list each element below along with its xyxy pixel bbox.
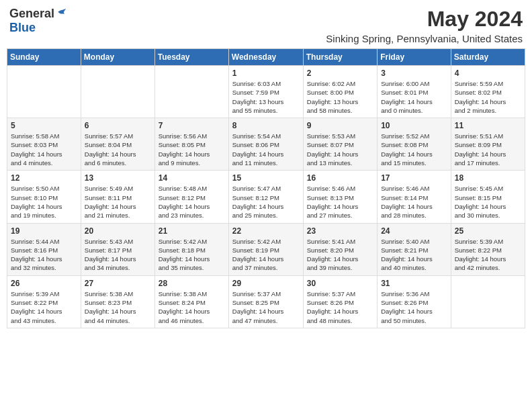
day-number: 7 xyxy=(159,121,225,130)
day-info: Sunrise: 5:37 AM Sunset: 8:25 PM Dayligh… xyxy=(232,289,300,325)
calendar-day-cell: 9Sunrise: 5:53 AM Sunset: 8:07 PM Daylig… xyxy=(303,118,377,171)
calendar-day-cell: 22Sunrise: 5:42 AM Sunset: 8:19 PM Dayli… xyxy=(228,223,303,275)
day-number: 5 xyxy=(11,121,77,130)
calendar-day-cell: 16Sunrise: 5:46 AM Sunset: 8:13 PM Dayli… xyxy=(303,171,377,223)
day-info: Sunrise: 5:42 AM Sunset: 8:18 PM Dayligh… xyxy=(159,237,225,273)
day-info: Sunrise: 5:40 AM Sunset: 8:21 PM Dayligh… xyxy=(381,237,447,273)
calendar-day-cell: 15Sunrise: 5:47 AM Sunset: 8:12 PM Dayli… xyxy=(228,171,303,223)
day-info: Sunrise: 6:00 AM Sunset: 8:01 PM Dayligh… xyxy=(381,79,447,115)
calendar-day-cell: 8Sunrise: 5:54 AM Sunset: 8:06 PM Daylig… xyxy=(228,118,303,171)
calendar-day-cell: 4Sunrise: 5:59 AM Sunset: 8:02 PM Daylig… xyxy=(451,66,525,118)
day-number: 25 xyxy=(455,226,521,236)
day-number: 6 xyxy=(85,121,151,130)
calendar-week-row: 26Sunrise: 5:39 AM Sunset: 8:22 PM Dayli… xyxy=(7,275,525,328)
day-info: Sunrise: 5:41 AM Sunset: 8:20 PM Dayligh… xyxy=(307,237,373,273)
day-info: Sunrise: 5:38 AM Sunset: 8:24 PM Dayligh… xyxy=(159,289,225,325)
day-info: Sunrise: 5:45 AM Sunset: 8:15 PM Dayligh… xyxy=(455,184,521,220)
day-number: 22 xyxy=(232,226,300,236)
day-number: 29 xyxy=(232,279,300,288)
day-number: 9 xyxy=(307,121,373,130)
calendar-day-cell: 10Sunrise: 5:52 AM Sunset: 8:08 PM Dayli… xyxy=(378,118,451,171)
weekday-header-monday: Monday xyxy=(81,49,154,66)
calendar-week-row: 1Sunrise: 6:03 AM Sunset: 7:59 PM Daylig… xyxy=(7,66,525,118)
weekday-header-tuesday: Tuesday xyxy=(154,49,228,66)
calendar-day-cell: 21Sunrise: 5:42 AM Sunset: 8:18 PM Dayli… xyxy=(154,223,228,275)
calendar-day-cell: 31Sunrise: 5:36 AM Sunset: 8:26 PM Dayli… xyxy=(378,275,451,328)
weekday-header-saturday: Saturday xyxy=(451,49,525,66)
day-info: Sunrise: 6:03 AM Sunset: 7:59 PM Dayligh… xyxy=(232,79,300,115)
calendar-day-cell: 28Sunrise: 5:38 AM Sunset: 8:24 PM Dayli… xyxy=(154,275,228,328)
day-number: 15 xyxy=(232,173,300,183)
day-info: Sunrise: 5:52 AM Sunset: 8:08 PM Dayligh… xyxy=(381,132,447,167)
weekday-header-wednesday: Wednesday xyxy=(228,49,303,66)
calendar-day-cell: 17Sunrise: 5:46 AM Sunset: 8:14 PM Dayli… xyxy=(378,171,451,223)
day-info: Sunrise: 5:43 AM Sunset: 8:17 PM Dayligh… xyxy=(85,237,151,273)
logo: General Blue xyxy=(9,7,69,35)
day-number: 10 xyxy=(381,121,447,130)
day-number: 1 xyxy=(232,68,300,78)
calendar-day-cell: 24Sunrise: 5:40 AM Sunset: 8:21 PM Dayli… xyxy=(378,223,451,275)
day-info: Sunrise: 5:37 AM Sunset: 8:26 PM Dayligh… xyxy=(307,289,373,325)
day-info: Sunrise: 5:57 AM Sunset: 8:04 PM Dayligh… xyxy=(85,132,151,167)
day-number: 13 xyxy=(85,173,151,183)
calendar-day-cell: 6Sunrise: 5:57 AM Sunset: 8:04 PM Daylig… xyxy=(81,118,154,171)
day-info: Sunrise: 5:44 AM Sunset: 8:16 PM Dayligh… xyxy=(11,237,77,273)
calendar-day-cell: 26Sunrise: 5:39 AM Sunset: 8:22 PM Dayli… xyxy=(7,275,81,328)
weekday-header-thursday: Thursday xyxy=(303,49,377,66)
calendar-day-cell: 23Sunrise: 5:41 AM Sunset: 8:20 PM Dayli… xyxy=(303,223,377,275)
day-info: Sunrise: 5:58 AM Sunset: 8:03 PM Dayligh… xyxy=(11,132,77,167)
calendar-table: SundayMondayTuesdayWednesdayThursdayFrid… xyxy=(7,48,525,328)
calendar-week-row: 19Sunrise: 5:44 AM Sunset: 8:16 PM Dayli… xyxy=(7,223,525,275)
day-info: Sunrise: 5:56 AM Sunset: 8:05 PM Dayligh… xyxy=(159,132,225,167)
day-number: 17 xyxy=(381,173,447,183)
day-number: 31 xyxy=(381,279,447,288)
month-title: May 2024 xyxy=(326,7,523,32)
calendar-day-cell: 13Sunrise: 5:49 AM Sunset: 8:11 PM Dayli… xyxy=(81,171,154,223)
day-info: Sunrise: 6:02 AM Sunset: 8:00 PM Dayligh… xyxy=(307,79,373,115)
title-section: May 2024 Sinking Spring, Pennsylvania, U… xyxy=(326,7,523,44)
day-info: Sunrise: 5:59 AM Sunset: 8:02 PM Dayligh… xyxy=(455,79,521,115)
calendar-day-cell: 12Sunrise: 5:50 AM Sunset: 8:10 PM Dayli… xyxy=(7,171,81,223)
calendar-day-cell: 30Sunrise: 5:37 AM Sunset: 8:26 PM Dayli… xyxy=(303,275,377,328)
weekday-header-sunday: Sunday xyxy=(7,49,81,66)
calendar-day-cell: 7Sunrise: 5:56 AM Sunset: 8:05 PM Daylig… xyxy=(154,118,228,171)
calendar-empty-cell xyxy=(451,275,525,328)
calendar-day-cell: 2Sunrise: 6:02 AM Sunset: 8:00 PM Daylig… xyxy=(303,66,377,118)
location-title: Sinking Spring, Pennsylvania, United Sta… xyxy=(326,33,523,44)
day-number: 18 xyxy=(455,173,521,183)
calendar-day-cell: 25Sunrise: 5:39 AM Sunset: 8:22 PM Dayli… xyxy=(451,223,525,275)
calendar-day-cell: 14Sunrise: 5:48 AM Sunset: 8:12 PM Dayli… xyxy=(154,171,228,223)
calendar-empty-cell xyxy=(81,66,154,118)
calendar-empty-cell xyxy=(154,66,228,118)
day-number: 30 xyxy=(307,279,373,288)
weekday-header-friday: Friday xyxy=(378,49,451,66)
day-info: Sunrise: 5:46 AM Sunset: 8:13 PM Dayligh… xyxy=(307,184,373,220)
day-number: 19 xyxy=(11,226,77,236)
day-info: Sunrise: 5:54 AM Sunset: 8:06 PM Dayligh… xyxy=(232,132,300,167)
calendar-day-cell: 18Sunrise: 5:45 AM Sunset: 8:15 PM Dayli… xyxy=(451,171,525,223)
day-number: 20 xyxy=(85,226,151,236)
day-info: Sunrise: 5:39 AM Sunset: 8:22 PM Dayligh… xyxy=(455,237,521,273)
day-number: 2 xyxy=(307,68,373,78)
calendar-empty-cell xyxy=(7,66,81,118)
day-info: Sunrise: 5:42 AM Sunset: 8:19 PM Dayligh… xyxy=(232,237,300,273)
day-info: Sunrise: 5:46 AM Sunset: 8:14 PM Dayligh… xyxy=(381,184,447,220)
calendar-day-cell: 20Sunrise: 5:43 AM Sunset: 8:17 PM Dayli… xyxy=(81,223,154,275)
weekday-header-row: SundayMondayTuesdayWednesdayThursdayFrid… xyxy=(7,49,525,66)
day-info: Sunrise: 5:48 AM Sunset: 8:12 PM Dayligh… xyxy=(159,184,225,220)
calendar-day-cell: 27Sunrise: 5:38 AM Sunset: 8:23 PM Dayli… xyxy=(81,275,154,328)
calendar-week-row: 5Sunrise: 5:58 AM Sunset: 8:03 PM Daylig… xyxy=(7,118,525,171)
day-info: Sunrise: 5:51 AM Sunset: 8:09 PM Dayligh… xyxy=(455,132,521,167)
day-number: 3 xyxy=(381,68,447,78)
calendar-day-cell: 3Sunrise: 6:00 AM Sunset: 8:01 PM Daylig… xyxy=(378,66,451,118)
logo-blue-text: Blue xyxy=(9,21,36,35)
calendar-day-cell: 5Sunrise: 5:58 AM Sunset: 8:03 PM Daylig… xyxy=(7,118,81,171)
calendar-day-cell: 29Sunrise: 5:37 AM Sunset: 8:25 PM Dayli… xyxy=(228,275,303,328)
day-info: Sunrise: 5:39 AM Sunset: 8:22 PM Dayligh… xyxy=(11,289,77,325)
logo-bird-icon xyxy=(56,7,69,21)
day-number: 21 xyxy=(159,226,225,236)
page-header: General Blue May 2024 Sinking Spring, Pe… xyxy=(7,7,525,44)
day-info: Sunrise: 5:49 AM Sunset: 8:11 PM Dayligh… xyxy=(85,184,151,220)
calendar-day-cell: 11Sunrise: 5:51 AM Sunset: 8:09 PM Dayli… xyxy=(451,118,525,171)
calendar-day-cell: 1Sunrise: 6:03 AM Sunset: 7:59 PM Daylig… xyxy=(228,66,303,118)
